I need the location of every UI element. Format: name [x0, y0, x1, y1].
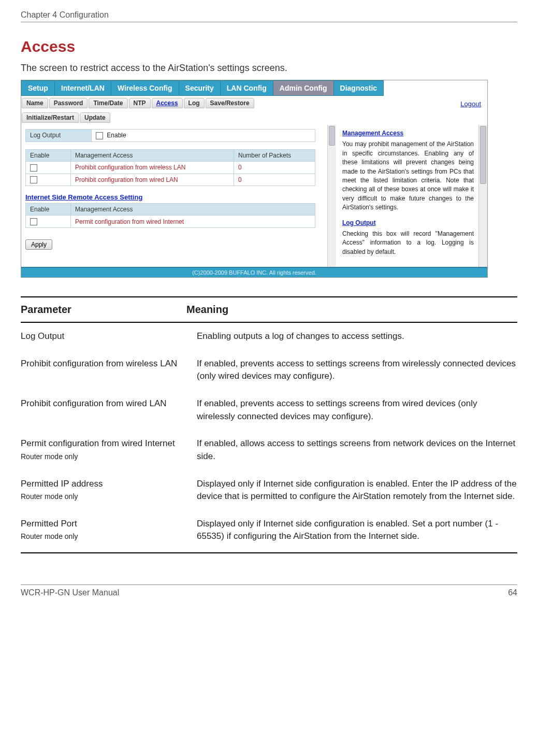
- management-access-table: Enable Management Access Number of Packe…: [25, 149, 315, 187]
- mgmt-row1-checkbox[interactable]: [30, 176, 37, 183]
- param-0-name: Log Output: [21, 331, 64, 341]
- footer-page-number: 64: [508, 588, 517, 597]
- mgmt-row0-checkbox[interactable]: [30, 164, 37, 172]
- subtab-ntp[interactable]: NTP: [129, 98, 151, 108]
- tab-admin-config[interactable]: Admin Config: [273, 80, 333, 96]
- mgmt-header-enable: Enable: [26, 149, 71, 161]
- param-3-note: Router mode only: [21, 451, 186, 462]
- param-header-meaning: Meaning: [186, 304, 517, 316]
- param-4-name: Permitted IP address: [21, 479, 103, 489]
- remote-header-enable: Enable: [26, 204, 71, 216]
- tab-security[interactable]: Security: [179, 80, 220, 96]
- tab-lan-config[interactable]: LAN Config: [220, 80, 273, 96]
- table-row: Permitted IP address Router mode only Di…: [21, 470, 517, 510]
- mgmt-row0-label: Prohibit configuration from wireless LAN: [71, 161, 234, 174]
- param-5-meaning: Displayed only if Internet side configur…: [197, 518, 517, 543]
- table-row: Log Output Enabling outputs a log of cha…: [21, 323, 517, 350]
- screenshot-left-pane: Log Output Enable Enable Management Acce…: [21, 125, 336, 267]
- mgmt-row1-packets: 0: [234, 174, 315, 186]
- table-row: Prohibit configuration from wireless LAN…: [21, 350, 517, 390]
- intro-text: The screen to restrict access to the Air…: [21, 63, 517, 74]
- left-scrollbar[interactable]: [327, 125, 336, 267]
- subtab-time-date[interactable]: Time/Date: [89, 98, 127, 108]
- log-output-cell: Enable: [92, 130, 315, 142]
- param-3-name: Permit configuration from wired Internet: [21, 438, 175, 448]
- footer-manual-title: WCR-HP-GN User Manual: [21, 588, 119, 597]
- help-log-output-title: Log Output: [342, 219, 483, 227]
- subtab-save-restore[interactable]: Save/Restore: [206, 98, 254, 108]
- table-row: Prohibit configuration from wired LAN If…: [21, 390, 517, 430]
- tab-wireless-config[interactable]: Wireless Config: [111, 80, 179, 96]
- mgmt-row0-packets: 0: [234, 161, 315, 174]
- subtab-initialize-restart[interactable]: Initialize/Restart: [22, 112, 79, 123]
- help-management-access-title: Management Access: [342, 129, 483, 138]
- page-footer: WCR-HP-GN User Manual 64: [21, 584, 517, 597]
- subtab-update[interactable]: Update: [80, 112, 110, 123]
- apply-button[interactable]: Apply: [25, 239, 52, 250]
- mgmt-row1-label: Prohibit configuration from wired LAN: [71, 174, 234, 186]
- main-tabs: Setup Internet/LAN Wireless Config Secur…: [21, 80, 487, 96]
- remote-row0-checkbox[interactable]: [30, 218, 37, 225]
- subtab-password[interactable]: Password: [49, 98, 88, 108]
- chapter-header: Chapter 4 Configuration: [21, 10, 517, 22]
- param-5-note: Router mode only: [21, 531, 186, 541]
- sub-tabs-row-2: Initialize/Restart Update: [21, 110, 487, 125]
- table-row: Prohibit configuration from wired LAN 0: [26, 174, 315, 186]
- sub-tabs-row-1: Name Password Time/Date NTP Access Log S…: [21, 96, 487, 110]
- screenshot-panel: Setup Internet/LAN Wireless Config Secur…: [21, 80, 488, 278]
- subtab-log[interactable]: Log: [184, 98, 205, 108]
- table-row: Prohibit configuration from wireless LAN…: [26, 161, 315, 174]
- tab-setup[interactable]: Setup: [21, 80, 54, 96]
- remote-access-table: Enable Management Access Permit configur…: [25, 203, 315, 228]
- remote-header-access: Management Access: [71, 204, 315, 216]
- mgmt-header-packets: Number of Packets: [234, 149, 315, 161]
- param-2-name: Prohibit configuration from wired LAN: [21, 398, 167, 408]
- param-1-meaning: If enabled, prevents access to settings …: [197, 358, 517, 383]
- param-header-parameter: Parameter: [21, 304, 186, 316]
- logout-link[interactable]: Logout: [460, 100, 481, 108]
- param-5-name: Permitted Port: [21, 519, 77, 529]
- table-row: Permit configuration from wired Internet: [26, 216, 315, 228]
- param-0-meaning: Enabling outputs a log of changes to acc…: [197, 330, 517, 343]
- param-3-meaning: If enabled, allows access to settings sc…: [197, 437, 517, 463]
- mgmt-header-access: Management Access: [71, 149, 234, 161]
- log-output-label: Log Output: [26, 130, 92, 142]
- table-row: Permitted Port Router mode only Displaye…: [21, 510, 517, 550]
- right-scrollbar[interactable]: [478, 125, 487, 267]
- subtab-name[interactable]: Name: [22, 98, 48, 108]
- tab-internet-lan[interactable]: Internet/LAN: [54, 80, 111, 96]
- table-row: Permit configuration from wired Internet…: [21, 430, 517, 470]
- tab-diagnostic[interactable]: Diagnostic: [333, 80, 384, 96]
- log-output-table: Log Output Enable: [25, 129, 315, 142]
- log-output-checkbox-label: Enable: [107, 132, 126, 139]
- remote-row0-label: Permit configuration from wired Internet: [71, 216, 315, 228]
- param-1-name: Prohibit configuration from wireless LAN: [21, 359, 177, 368]
- screenshot-right-pane: Management Access You may prohibit manag…: [336, 125, 487, 267]
- remote-section-title: Internet Side Remote Access Setting: [25, 193, 336, 201]
- param-4-note: Router mode only: [21, 491, 186, 502]
- log-output-checkbox[interactable]: [96, 132, 103, 139]
- screenshot-footer: (C)2000-2009 BUFFALO INC. All rights res…: [21, 267, 487, 277]
- param-4-meaning: Displayed only if Internet side configur…: [197, 478, 517, 503]
- param-2-meaning: If enabled, prevents access to settings …: [197, 397, 517, 423]
- help-log-output-body: Checking this box will record "Managemen…: [342, 230, 474, 256]
- section-title: Access: [21, 38, 517, 55]
- subtab-access[interactable]: Access: [152, 98, 183, 108]
- parameter-table: Parameter Meaning Log Output Enabling ou…: [21, 296, 517, 553]
- help-management-access-body: You may prohibit management of the AirSt…: [342, 140, 474, 212]
